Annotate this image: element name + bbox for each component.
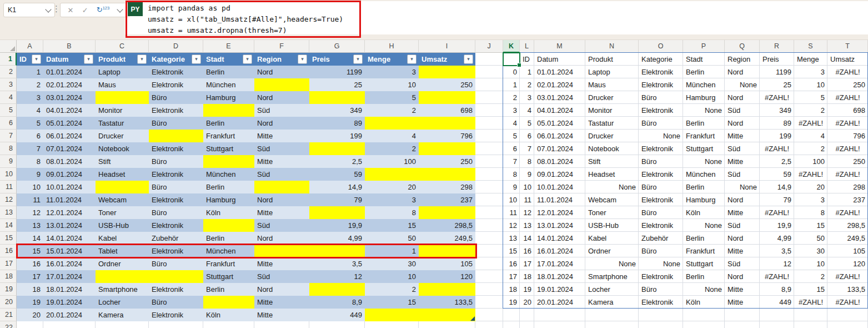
cell-F10[interactable]: Süd [254,168,309,181]
cell-I8[interactable] [419,142,475,155]
chevron-down-icon[interactable] [117,6,123,12]
row-header-22[interactable]: 22 [0,321,17,328]
cell-G13[interactable] [309,206,365,219]
row-header-2[interactable]: 2 [0,66,17,78]
row-header-20[interactable]: 20 [0,296,17,309]
cell-E5[interactable] [203,104,254,117]
cell-H7[interactable]: 4 [365,130,419,142]
cell-E21[interactable]: Köln [203,309,254,321]
cell-E6[interactable]: Berlin [203,117,254,130]
name-box[interactable]: K1 [3,3,55,17]
cell-B9[interactable]: 08.01.2024 [43,155,96,168]
cell-B13[interactable]: 12.01.2024 [43,206,96,219]
column-header-J[interactable]: J [475,40,503,53]
cell-H5[interactable]: 2 [365,104,419,117]
cell-D17[interactable]: Büro [149,257,203,270]
filter-button[interactable]: ▾ [137,54,147,64]
table-header-Preis[interactable]: Preis▾ [309,53,365,66]
cell-I15[interactable]: 249,5 [419,232,475,245]
cell-A14[interactable]: 13 [17,219,43,232]
cell-D10[interactable]: Elektronik [149,168,203,181]
select-all-button[interactable] [0,40,17,53]
row-header-10[interactable]: 10 [0,168,17,181]
cell-G10[interactable]: 59 [309,168,365,181]
cell-H4[interactable]: 5 [365,91,419,104]
row-header-8[interactable]: 8 [0,142,17,155]
cell-D9[interactable]: Büro [149,155,203,168]
confirm-icon[interactable]: ✓ [82,7,88,14]
cell-G19[interactable] [309,283,365,296]
cell-E7[interactable]: Frankfurt [203,130,254,142]
cell-A4[interactable]: 3 [17,91,43,104]
row-header-15[interactable]: 15 [0,232,17,245]
active-cell-K1[interactable] [503,52,520,66]
cell-A17[interactable]: 16 [17,257,43,270]
cell-E2[interactable]: Berlin [203,66,254,78]
row-header-5[interactable]: 5 [0,104,17,117]
cell-C13[interactable]: Toner [96,206,149,219]
table-header-ID[interactable]: ID▾ [17,53,43,66]
column-header-P[interactable]: P [683,40,725,53]
cell-B2[interactable]: 01.01.2024 [43,66,96,78]
cell-E18[interactable]: Stuttgart [203,270,254,283]
cell-H18[interactable]: 10 [365,270,419,283]
cell-A13[interactable]: 12 [17,206,43,219]
cell-G11[interactable]: 14,9 [309,181,365,193]
cell-F13[interactable]: Mitte [254,206,309,219]
cell-F21[interactable]: Mitte [254,309,309,321]
cell-H10[interactable] [365,168,419,181]
filter-button[interactable]: ▾ [84,54,93,64]
cell-F9[interactable]: Mitte [254,155,309,168]
cell-D20[interactable]: Büro [149,296,203,309]
cell-A15[interactable]: 14 [17,232,43,245]
cell-C7[interactable]: Drucker [96,130,149,142]
cell-E11[interactable]: Berlin [203,181,254,193]
cell-G2[interactable]: 1199 [309,66,365,78]
cell-C18[interactable] [96,270,149,283]
cell-I10[interactable] [419,168,475,181]
cell-B8[interactable]: 07.01.2024 [43,142,96,155]
cell-I17[interactable]: 105 [419,257,475,270]
cell-A12[interactable]: 11 [17,193,43,206]
cell-F19[interactable]: Nord [254,283,309,296]
cell-F7[interactable]: Mitte [254,130,309,142]
cell-I2[interactable] [419,66,475,78]
row-header-12[interactable]: 12 [0,193,17,206]
cell-F12[interactable]: Nord [254,193,309,206]
column-header-Q[interactable]: Q [725,40,760,53]
cell-H17[interactable]: 30 [365,257,419,270]
cell-G4[interactable] [309,91,365,104]
cell-F20[interactable]: Mitte [254,296,309,309]
cell-D14[interactable]: Elektronik [149,219,203,232]
row-header-4[interactable]: 4 [0,91,17,104]
row-header-13[interactable]: 13 [0,206,17,219]
cell-D18[interactable] [149,270,203,283]
cell-B15[interactable]: 14.01.2024 [43,232,96,245]
cell-G5[interactable]: 349 [309,104,365,117]
column-header-G[interactable]: G [309,40,365,53]
column-header-I[interactable]: I [419,40,475,53]
cell-A10[interactable]: 9 [17,168,43,181]
cell-C14[interactable]: USB-Hub [96,219,149,232]
cell-C20[interactable]: Locher [96,296,149,309]
column-header-C[interactable]: C [96,40,149,53]
cell-A8[interactable]: 7 [17,142,43,155]
cell-F5[interactable]: Süd [254,104,309,117]
cell-E12[interactable]: Hamburg [203,193,254,206]
cell-H19[interactable]: 2 [365,283,419,296]
cell-C11[interactable] [96,181,149,193]
cell-I3[interactable]: 250 [419,78,475,91]
filter-button[interactable]: ▾ [192,54,201,64]
cell-I7[interactable]: 796 [419,130,475,142]
cell-D11[interactable]: Büro [149,181,203,193]
cell-B3[interactable]: 02.01.2024 [43,78,96,91]
cell-I6[interactable] [419,117,475,130]
cell-D4[interactable]: Büro [149,91,203,104]
cell-B19[interactable]: 18.01.2024 [43,283,96,296]
cell-C2[interactable]: Laptop [96,66,149,78]
cell-F15[interactable]: Nord [254,232,309,245]
cell-I21[interactable] [419,309,475,321]
row-header-14[interactable]: 14 [0,219,17,232]
row-header-6[interactable]: 6 [0,117,17,130]
cell-E4[interactable]: Hamburg [203,91,254,104]
